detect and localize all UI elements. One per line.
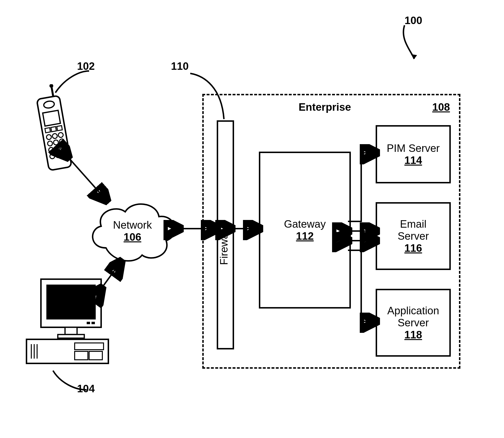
svg-line-34 <box>67 156 106 200</box>
svg-line-35 <box>101 262 120 289</box>
diagram-stage: Enterprise 108 Firewall Gateway 112 PIM … <box>0 0 504 438</box>
connector-arrows <box>0 0 504 438</box>
